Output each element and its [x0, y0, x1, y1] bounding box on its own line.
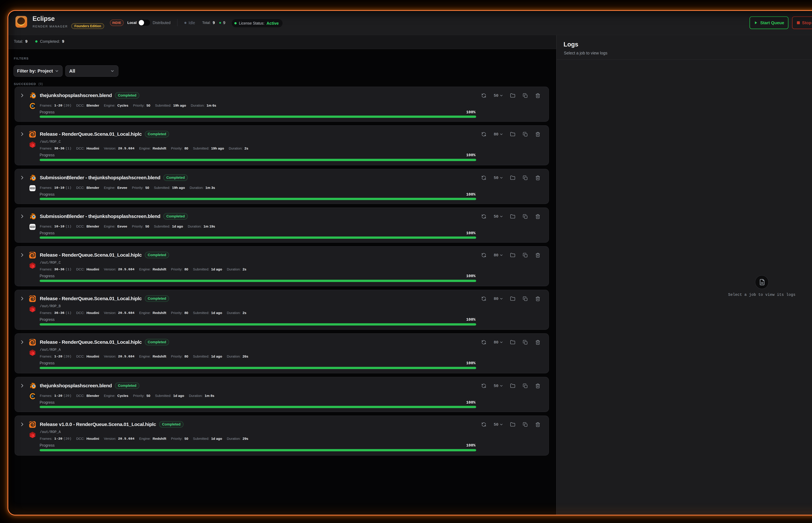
svg-text:EEVEE: EEVEE	[31, 227, 34, 228]
svg-text:EEVEE: EEVEE	[31, 188, 34, 189]
